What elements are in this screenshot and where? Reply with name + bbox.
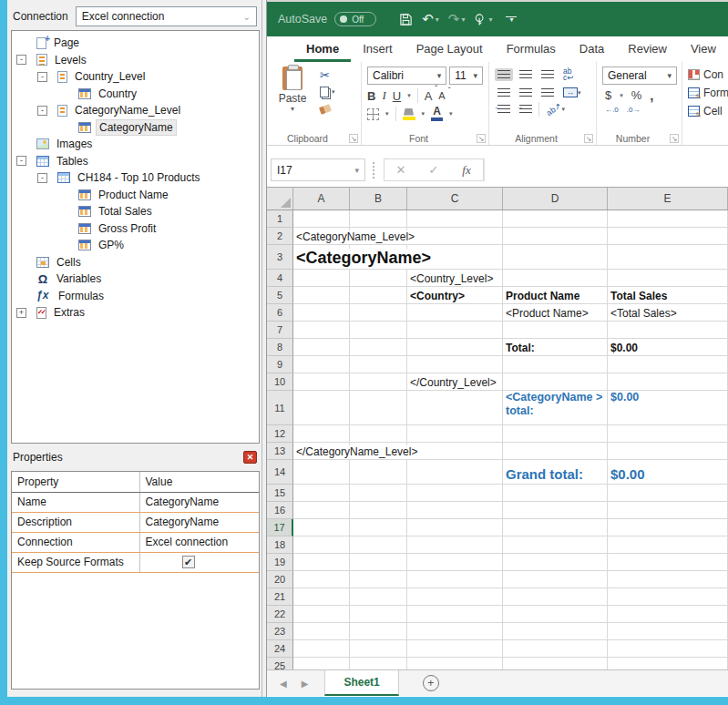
cell-D3[interactable] — [503, 245, 608, 270]
tab-page-layout[interactable]: Page Layout — [405, 42, 495, 62]
tree-expander-minus-icon[interactable]: - — [37, 72, 47, 82]
cell-A17[interactable] — [293, 519, 350, 536]
dialog-launcher-icon[interactable]: ↘ — [670, 134, 679, 143]
cell-C5[interactable]: <Country> — [407, 287, 503, 304]
number-format-combo[interactable]: General ▾ — [602, 66, 677, 85]
cell-C21[interactable] — [407, 588, 503, 606]
fill-color-button[interactable] — [403, 108, 415, 120]
tree-expander-minus-icon[interactable]: - — [16, 156, 26, 166]
tree-expander-minus-icon[interactable]: - — [37, 173, 47, 183]
cell-C25[interactable] — [407, 658, 503, 669]
customize-qat-button[interactable] — [506, 16, 517, 23]
tree-expander-minus-icon[interactable]: - — [16, 55, 26, 65]
cell-D20[interactable] — [503, 571, 608, 588]
checkbox-checked-icon[interactable]: ✔ — [182, 556, 195, 568]
cell-C6[interactable] — [407, 304, 503, 322]
chevron-down-icon[interactable]: ▾ — [407, 92, 411, 99]
cell-C2[interactable] — [407, 228, 503, 245]
cell-D14[interactable]: Grand total: — [503, 460, 608, 485]
tree-item-extras[interactable]: +Extras — [12, 304, 259, 322]
select-all-corner[interactable] — [267, 188, 293, 209]
cell-E18[interactable] — [608, 536, 728, 554]
tree-item-ch184-top-10-products[interactable]: -CH184 - Top 10 Products — [12, 169, 259, 187]
cell-C13[interactable] — [407, 443, 503, 460]
cell-B12[interactable] — [350, 425, 407, 443]
cell-A4[interactable] — [293, 270, 350, 287]
chevron-down-icon[interactable]: ▾ — [449, 110, 453, 118]
cell-A12[interactable] — [293, 425, 350, 443]
cell-E21[interactable] — [608, 588, 728, 606]
cell-E16[interactable] — [608, 502, 728, 519]
column-header-B[interactable]: B — [350, 188, 407, 209]
row-header-19[interactable]: 19 — [267, 554, 293, 571]
cell-E6[interactable]: <Total Sales> — [608, 304, 728, 322]
cell-E15[interactable] — [608, 485, 728, 502]
cell-C8[interactable] — [407, 339, 503, 356]
cell-A21[interactable] — [293, 588, 350, 606]
new-sheet-button[interactable]: + — [423, 675, 439, 691]
cell-D18[interactable] — [503, 536, 608, 554]
tree-item-country-level[interactable]: -Country_Level — [12, 68, 259, 86]
cell-B9[interactable] — [350, 356, 407, 373]
cell-B21[interactable] — [350, 588, 407, 606]
cell-A3[interactable]: <CategoryName> — [293, 245, 350, 270]
cell-C22[interactable] — [407, 606, 503, 623]
increase-indent-button[interactable] — [517, 103, 535, 116]
cell-A1[interactable] — [293, 210, 350, 228]
tree-item-cells[interactable]: Cells — [12, 254, 259, 271]
cell-A9[interactable] — [293, 356, 350, 373]
cell-D5[interactable]: Product Name — [503, 287, 608, 304]
underline-button[interactable]: U — [393, 89, 401, 103]
decrease-indent-button[interactable] — [495, 103, 513, 116]
tree-expander-minus-icon[interactable]: - — [37, 106, 47, 116]
font-name-combo[interactable]: Calibri ▾ — [367, 66, 446, 85]
cell-D4[interactable] — [503, 270, 608, 287]
cell-E7[interactable] — [608, 322, 728, 339]
cell-E12[interactable] — [608, 425, 728, 443]
cell-D9[interactable] — [503, 356, 608, 373]
cell-A2[interactable]: <CategoryName_Level> — [293, 228, 350, 245]
cell-D21[interactable] — [503, 588, 608, 606]
row-header-2[interactable]: 2 — [267, 228, 293, 245]
cell-E19[interactable] — [608, 554, 728, 571]
tree-item-gross-profit[interactable]: Gross Profit — [12, 220, 259, 238]
align-left-button[interactable] — [495, 87, 513, 99]
cell-A15[interactable] — [293, 485, 350, 502]
font-size-combo[interactable]: 11 ▾ — [449, 66, 483, 85]
sheet-prev-button[interactable]: ◀ — [280, 679, 287, 689]
cell-styles-button[interactable]: Cell — [688, 105, 728, 118]
redo-button[interactable]: ↷▾ — [446, 11, 468, 27]
cell-A10[interactable] — [293, 373, 350, 391]
row-header-1[interactable]: 1 — [267, 210, 293, 228]
cell-E20[interactable] — [608, 571, 728, 588]
tab-insert[interactable]: Insert — [351, 42, 405, 62]
borders-button[interactable] — [367, 108, 379, 120]
cell-C1[interactable] — [407, 210, 503, 228]
cell-E25[interactable] — [608, 658, 728, 669]
column-header-D[interactable]: D — [503, 188, 608, 209]
tree-item-page[interactable]: Page — [12, 35, 259, 52]
tree-item-variables[interactable]: ΩVariables — [12, 271, 259, 288]
cell-A6[interactable] — [293, 304, 350, 322]
cell-E5[interactable]: Total Sales — [608, 287, 728, 304]
cell-D7[interactable] — [503, 322, 608, 339]
row-header-20[interactable]: 20 — [267, 571, 293, 588]
cell-B1[interactable] — [350, 210, 407, 228]
cell-B20[interactable] — [350, 571, 407, 588]
cell-A25[interactable] — [293, 658, 350, 669]
cell-D1[interactable] — [503, 210, 608, 228]
cell-A22[interactable] — [293, 606, 350, 623]
dialog-launcher-icon[interactable]: ↘ — [584, 134, 593, 143]
bold-button[interactable]: B — [367, 89, 375, 103]
cell-E9[interactable] — [608, 356, 728, 373]
row-header-16[interactable]: 16 — [267, 502, 293, 519]
cell-B22[interactable] — [350, 606, 407, 623]
cell-D8[interactable]: Total: — [503, 339, 608, 356]
tree-item-total-sales[interactable]: Total Sales — [12, 203, 259, 220]
row-header-12[interactable]: 12 — [267, 425, 293, 443]
cell-C7[interactable] — [407, 322, 503, 339]
tree-item-formulas[interactable]: ƒxFormulas — [12, 288, 259, 305]
formula-bar-handle[interactable] — [373, 162, 378, 179]
tree-item-gp[interactable]: GP% — [12, 237, 259, 254]
align-bottom-button[interactable] — [538, 68, 557, 81]
